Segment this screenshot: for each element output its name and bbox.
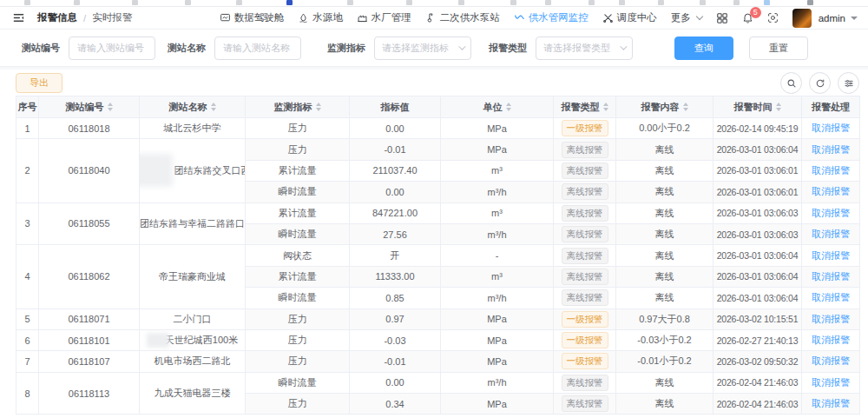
- cancel-alarm-link[interactable]: 取消报警: [812, 123, 850, 133]
- username[interactable]: admin: [819, 13, 845, 23]
- sort-carets[interactable]: [316, 103, 321, 111]
- bell-icon[interactable]: 5: [742, 12, 753, 24]
- apps-grid-icon[interactable]: [716, 12, 728, 24]
- nav-item-water-source[interactable]: 水源地: [298, 11, 343, 24]
- favicon[interactable]: [589, 0, 595, 5]
- pipe-network-icon: [514, 12, 525, 23]
- cancel-alarm-link[interactable]: 取消报警: [812, 186, 850, 196]
- station-name-cell: 团结东路交叉口西: [140, 139, 246, 202]
- station-id-input[interactable]: [69, 36, 155, 60]
- avatar[interactable]: [792, 9, 812, 28]
- cancel-alarm-link[interactable]: 取消报警: [812, 377, 850, 388]
- cancel-alarm-link[interactable]: 取消报警: [812, 398, 850, 408]
- nav-item-label: 调度中心: [617, 11, 657, 24]
- col-alarm-time[interactable]: 报警时间: [713, 96, 802, 118]
- favicon[interactable]: [185, 0, 191, 5]
- alarm-action-cell: 取消报警: [802, 160, 860, 181]
- alarm-type-cell: 离线报警: [554, 372, 616, 393]
- alarm-type-select[interactable]: 请选择报警类型: [536, 36, 633, 60]
- favicon[interactable]: [733, 0, 740, 5]
- favicon[interactable]: [700, 0, 706, 5]
- index-cell: 1: [16, 118, 39, 139]
- nav-item-water-plant[interactable]: 水厂管理: [357, 11, 411, 24]
- nav-item-more[interactable]: 更多: [671, 11, 702, 24]
- sort-carets[interactable]: [506, 103, 511, 111]
- favicon[interactable]: [406, 0, 412, 5]
- favicon[interactable]: [286, 0, 293, 5]
- col-alarm-type[interactable]: 报警类型: [554, 96, 616, 118]
- breadcrumb-item[interactable]: 报警信息: [37, 11, 77, 24]
- col-alarm-content[interactable]: 报警内容: [616, 96, 713, 118]
- cancel-alarm-link[interactable]: 取消报警: [812, 271, 850, 282]
- cancel-alarm-link[interactable]: 取消报警: [812, 314, 850, 324]
- alarm-content-cell: -0.01小于0.2: [616, 351, 713, 372]
- nav-item-label: 数据驾驶舱: [234, 11, 285, 24]
- nav-item-pump-station[interactable]: 二次供水泵站: [425, 11, 500, 24]
- nav-item-data-cockpit[interactable]: 数据驾驶舱: [220, 11, 285, 24]
- alarm-content-cell: 0.97大于0.8: [616, 309, 713, 329]
- station-id-cell: 06118062: [39, 245, 140, 309]
- cancel-alarm-link[interactable]: 取消报警: [812, 335, 850, 345]
- favicon[interactable]: [24, 0, 30, 5]
- cancel-alarm-link[interactable]: 取消报警: [812, 144, 850, 155]
- cancel-alarm-link[interactable]: 取消报警: [812, 165, 850, 176]
- indicator-cell: 瞬时流量: [246, 182, 350, 202]
- favicon[interactable]: [807, 0, 813, 5]
- favicon[interactable]: [347, 0, 353, 5]
- fullscreen-scan-icon[interactable]: [767, 12, 779, 23]
- search-icon[interactable]: [780, 72, 802, 94]
- search-button[interactable]: 查询: [674, 36, 733, 60]
- station-id-cell: 06118018: [39, 118, 140, 139]
- station-name-cell: 天世纪城西100米: [140, 329, 246, 350]
- col-unit[interactable]: 单位: [441, 96, 554, 118]
- alarm-type-cell: 离线报警: [554, 394, 616, 415]
- favicon[interactable]: [764, 0, 770, 5]
- favicon[interactable]: [132, 0, 138, 5]
- sort-carets[interactable]: [776, 103, 781, 111]
- value-cell: -0.03: [350, 329, 441, 350]
- indicator-cell: 瞬时流量: [246, 223, 350, 244]
- value-cell: 0.00: [350, 118, 441, 139]
- indicator-select[interactable]: 请选择监测指标: [374, 36, 471, 60]
- cancel-alarm-link[interactable]: 取消报警: [812, 292, 850, 302]
- collapse-menu-icon[interactable]: [12, 11, 25, 24]
- cancel-alarm-link[interactable]: 取消报警: [812, 208, 850, 218]
- refresh-icon[interactable]: [809, 72, 831, 94]
- export-button[interactable]: 导出: [16, 73, 62, 93]
- cancel-alarm-link[interactable]: 取消报警: [812, 355, 850, 366]
- sort-carets[interactable]: [108, 103, 113, 111]
- dispatch-icon: [602, 12, 614, 23]
- cancel-alarm-link[interactable]: 取消报警: [812, 250, 850, 261]
- nav-item-pipe-network[interactable]: 供水管网监控: [514, 11, 589, 24]
- alarm-type-cell: 离线报警: [554, 266, 616, 287]
- col-indicator[interactable]: 监测指标: [246, 96, 350, 118]
- nav-item-label: 更多: [671, 11, 691, 24]
- col-station-name[interactable]: 测站名称: [140, 96, 246, 118]
- user-menu-caret-icon[interactable]: [851, 17, 858, 20]
- alarm-type-cell: 离线报警: [554, 223, 616, 244]
- nav-item-dispatch-center[interactable]: 调度中心: [602, 11, 657, 24]
- favicon[interactable]: [619, 0, 625, 5]
- sort-carets[interactable]: [211, 103, 216, 111]
- indicator-cell: 压力: [246, 118, 350, 139]
- favicon[interactable]: [545, 0, 551, 5]
- station-name-cell: 帝王瑞豪商业城: [140, 245, 246, 309]
- reset-button[interactable]: 重置: [749, 36, 808, 60]
- favicon[interactable]: [658, 0, 664, 5]
- favicon[interactable]: [236, 0, 242, 5]
- index-cell: 5: [16, 309, 39, 329]
- station-name-input[interactable]: [214, 36, 301, 60]
- col-station-id[interactable]: 测站编号: [39, 96, 140, 118]
- sort-carets[interactable]: [603, 103, 608, 111]
- chevron-down-icon: [458, 43, 465, 50]
- alarm-content-cell: 离线: [616, 245, 713, 266]
- favicon[interactable]: [458, 0, 464, 5]
- sort-carets[interactable]: [683, 103, 688, 111]
- column-settings-icon[interactable]: [838, 72, 859, 94]
- dashboard-icon: [220, 12, 231, 23]
- favicon[interactable]: [510, 0, 516, 5]
- cancel-alarm-link[interactable]: 取消报警: [812, 229, 850, 239]
- favicon[interactable]: [74, 0, 80, 5]
- value-cell: -0.01: [350, 139, 441, 160]
- value-cell: 0.00: [350, 182, 441, 202]
